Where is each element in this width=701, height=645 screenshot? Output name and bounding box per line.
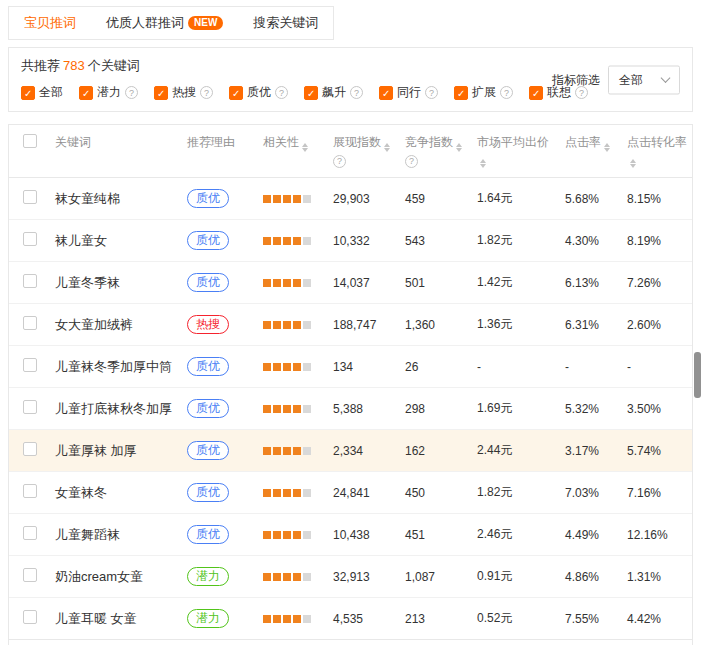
competition-cell: 1,087 xyxy=(401,556,473,598)
impressions-cell: 4,535 xyxy=(329,598,401,640)
info-icon[interactable] xyxy=(350,86,363,99)
tab[interactable]: 优质人群推词 NEW xyxy=(91,7,238,39)
competition-cell: 162 xyxy=(401,430,473,472)
reason-badge: 质优 xyxy=(187,273,229,292)
info-icon[interactable] xyxy=(425,86,438,99)
tab[interactable]: 搜索关键词 xyxy=(238,7,333,39)
tab-label: 搜索关键词 xyxy=(253,14,318,32)
row-checkbox[interactable] xyxy=(23,190,37,204)
new-badge: NEW xyxy=(188,16,223,30)
table-row: 袜儿童女 质优 10,332 543 1.82元 4.30% 8.19% xyxy=(9,220,692,262)
competition-cell: 213 xyxy=(401,598,473,640)
sort-icon[interactable] xyxy=(630,159,636,168)
avg-bid-cell: 1.82元 xyxy=(473,220,561,262)
cvr-cell: - xyxy=(623,346,692,388)
select-all-checkbox[interactable] xyxy=(23,134,37,148)
filter-label: 热搜 xyxy=(172,84,196,101)
filter-checkbox-item[interactable]: 质优 xyxy=(229,84,288,101)
impressions-cell: 134 xyxy=(329,346,401,388)
sort-icon[interactable] xyxy=(384,143,390,152)
keyword-text: 袜女童纯棉 xyxy=(55,191,120,206)
checkbox-icon[interactable] xyxy=(379,86,393,100)
row-checkbox[interactable] xyxy=(23,526,37,540)
info-icon[interactable] xyxy=(333,155,346,168)
cvr-cell: 8.19% xyxy=(623,220,692,262)
filter-label: 潜力 xyxy=(97,84,121,101)
table-row: 儿童打底袜秋冬加厚 质优 5,388 298 1.69元 5.32% 3.50% xyxy=(9,388,692,430)
checkbox-icon[interactable] xyxy=(229,86,243,100)
keyword-text: 儿童袜冬季加厚中筒 xyxy=(55,359,172,374)
ctr-cell: 5.68% xyxy=(561,178,623,220)
sort-icon[interactable] xyxy=(456,143,462,152)
checkbox-icon[interactable] xyxy=(154,86,168,100)
scrollbar-thumb[interactable] xyxy=(694,352,701,398)
competition-cell: 451 xyxy=(401,514,473,556)
sort-icon[interactable] xyxy=(480,159,486,168)
checkbox-icon[interactable] xyxy=(304,86,318,100)
reason-badge: 热搜 xyxy=(187,315,229,334)
impressions-cell: 2,334 xyxy=(329,430,401,472)
row-checkbox[interactable] xyxy=(23,442,37,456)
row-checkbox[interactable] xyxy=(23,316,37,330)
relevance-bars xyxy=(263,615,311,623)
metric-filter: 指标筛选 全部 xyxy=(552,65,680,94)
avg-bid-cell: 1.42元 xyxy=(473,262,561,304)
tab[interactable]: 宝贝推词 xyxy=(9,7,91,39)
row-checkbox[interactable] xyxy=(23,568,37,582)
row-checkbox[interactable] xyxy=(23,358,37,372)
info-icon[interactable] xyxy=(275,86,288,99)
relevance-bars xyxy=(263,489,311,497)
sort-icon[interactable] xyxy=(604,143,610,152)
row-checkbox[interactable] xyxy=(23,232,37,246)
filter-checkbox-item[interactable]: 潜力 xyxy=(79,84,138,101)
sort-icon[interactable] xyxy=(302,143,308,152)
metric-filter-select[interactable]: 全部 xyxy=(608,65,680,94)
relevance-bars xyxy=(263,531,311,539)
avg-bid-cell: 2.44元 xyxy=(473,430,561,472)
info-icon[interactable] xyxy=(500,86,513,99)
avg-bid-cell: 0.52元 xyxy=(473,598,561,640)
impressions-cell: 10,332 xyxy=(329,220,401,262)
row-checkbox[interactable] xyxy=(23,274,37,288)
checkbox-icon[interactable] xyxy=(454,86,468,100)
tabs: 宝贝推词 优质人群推词 NEW 搜索关键词 xyxy=(8,6,334,40)
tab-label: 优质人群推词 xyxy=(106,14,184,32)
table-row: 女大童加绒裤 热搜 188,747 1,360 1.36元 6.31% 2.60… xyxy=(9,304,692,346)
table-row: 儿童舞蹈袜 质优 10,438 451 2.46元 4.49% 12.16% xyxy=(9,514,692,556)
avg-bid-cell: 2.46元 xyxy=(473,514,561,556)
info-icon[interactable] xyxy=(405,155,418,168)
reason-badge: 质优 xyxy=(187,399,229,418)
reason-badge: 潜力 xyxy=(187,567,229,586)
info-icon[interactable] xyxy=(200,86,213,99)
cvr-cell: 3.50% xyxy=(623,388,692,430)
table-row: 袜女童纯棉 质优 29,903 459 1.64元 5.68% 8.15% xyxy=(9,178,692,220)
checkbox-icon[interactable] xyxy=(79,86,93,100)
relevance-bars xyxy=(263,405,311,413)
filter-checkbox-item[interactable]: 全部 xyxy=(21,84,63,101)
impressions-cell: 29,903 xyxy=(329,178,401,220)
relevance-bars xyxy=(263,195,311,203)
keyword-text: 儿童冬季袜 xyxy=(55,275,120,290)
filter-label: 全部 xyxy=(39,84,63,101)
relevance-bars xyxy=(263,573,311,581)
cvr-cell: 7.16% xyxy=(623,472,692,514)
keyword-text: 儿童舞蹈袜 xyxy=(55,527,120,542)
info-icon[interactable] xyxy=(125,86,138,99)
filter-checkbox-item[interactable]: 热搜 xyxy=(154,84,213,101)
table-body: 袜女童纯棉 质优 29,903 459 1.64元 5.68% 8.15% 袜儿… xyxy=(9,178,692,640)
keyword-text: 女童袜冬 xyxy=(55,485,107,500)
competition-cell: 1,360 xyxy=(401,304,473,346)
row-checkbox[interactable] xyxy=(23,484,37,498)
relevance-bars xyxy=(263,237,311,245)
filter-checkbox-item[interactable]: 扩展 xyxy=(454,84,513,101)
row-checkbox[interactable] xyxy=(23,610,37,624)
competition-cell: 501 xyxy=(401,262,473,304)
filter-checkbox-item[interactable]: 同行 xyxy=(379,84,438,101)
checkbox-icon[interactable] xyxy=(21,86,35,100)
checkbox-icon[interactable] xyxy=(529,86,543,100)
filter-checkbox-item[interactable]: 飙升 xyxy=(304,84,363,101)
cvr-cell: 1.31% xyxy=(623,556,692,598)
table-row: 女童袜冬 质优 24,841 450 1.82元 7.03% 7.16% xyxy=(9,472,692,514)
reason-badge: 质优 xyxy=(187,483,229,502)
row-checkbox[interactable] xyxy=(23,400,37,414)
